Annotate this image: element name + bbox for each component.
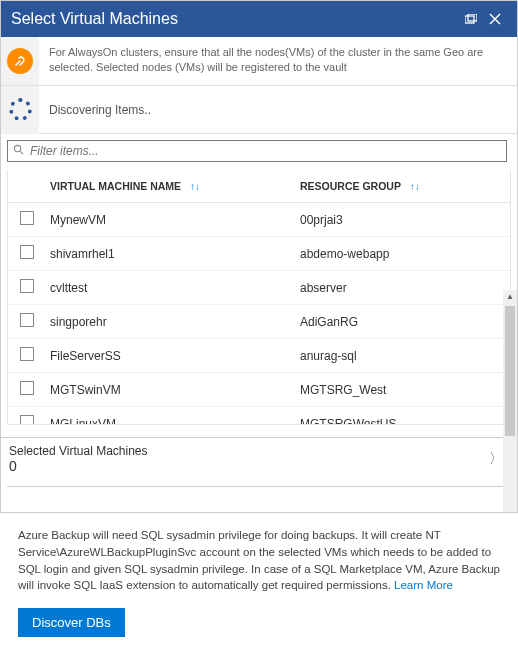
- divider: [7, 486, 511, 487]
- table-row[interactable]: MGLinuxVMMGTSRGWestUS: [8, 407, 510, 426]
- table-row[interactable]: cvlttestabserver: [8, 271, 510, 305]
- table-row[interactable]: singporehrAdiGanRG: [8, 305, 510, 339]
- info-text: For AlwaysOn clusters, ensure that all t…: [39, 37, 517, 84]
- row-checkbox[interactable]: [20, 381, 34, 395]
- restore-window-icon[interactable]: [459, 7, 483, 31]
- svg-line-6: [20, 151, 23, 154]
- resource-group-cell: MGTSRG_West: [294, 373, 510, 407]
- spinner-icon: [9, 98, 32, 121]
- sort-icon: ↑↓: [184, 181, 200, 192]
- table-row[interactable]: MGTSwinVMMGTSRG_West: [8, 373, 510, 407]
- vm-name-cell: MGTSwinVM: [44, 373, 294, 407]
- table-row[interactable]: shivamrhel1abdemo-webapp: [8, 237, 510, 271]
- discovery-text: Discovering Items..: [39, 103, 161, 117]
- filter-box: [7, 140, 507, 162]
- row-checkbox[interactable]: [20, 279, 34, 293]
- search-icon: [8, 144, 28, 158]
- checkbox-column-header: [8, 170, 44, 203]
- selected-label: Selected Virtual Machines: [9, 444, 489, 458]
- table-row[interactable]: FileServerSSanurag-sql: [8, 339, 510, 373]
- resource-group-cell: 00prjai3: [294, 203, 510, 237]
- info-banner: For AlwaysOn clusters, ensure that all t…: [1, 37, 517, 86]
- svg-point-5: [14, 145, 20, 151]
- row-checkbox[interactable]: [20, 313, 34, 327]
- row-checkbox[interactable]: [20, 245, 34, 259]
- resource-group-cell: anurag-sql: [294, 339, 510, 373]
- svg-rect-1: [468, 14, 477, 21]
- svg-rect-0: [465, 16, 474, 23]
- filter-input[interactable]: [28, 141, 506, 161]
- name-header-label: VIRTUAL MACHINE NAME: [50, 180, 181, 192]
- vm-name-cell: MGLinuxVM: [44, 407, 294, 426]
- discovery-row: Discovering Items..: [1, 86, 517, 134]
- scroll-thumb[interactable]: [505, 306, 515, 436]
- selected-panel[interactable]: Selected Virtual Machines 0 〉: [1, 437, 517, 484]
- row-checkbox[interactable]: [20, 415, 34, 425]
- scroll-up-icon[interactable]: ▲: [505, 292, 515, 304]
- resource-group-cell: abdemo-webapp: [294, 237, 510, 271]
- resource-group-cell: MGTSRGWestUS: [294, 407, 510, 426]
- vm-name-cell: cvlttest: [44, 271, 294, 305]
- vm-table: VIRTUAL MACHINE NAME ↑↓ RESOURCE GROUP ↑…: [7, 170, 511, 425]
- info-icon-box: [1, 37, 39, 85]
- row-checkbox[interactable]: [20, 211, 34, 225]
- sort-icon: ↑↓: [404, 181, 420, 192]
- footer-text: Azure Backup will need SQL sysadmin priv…: [18, 527, 500, 594]
- row-checkbox[interactable]: [20, 347, 34, 361]
- vm-name-cell: FileServerSS: [44, 339, 294, 373]
- table-row[interactable]: MynewVM00prjai3: [8, 203, 510, 237]
- dialog-header: Select Virtual Machines: [1, 1, 517, 37]
- resource-group-cell: abserver: [294, 271, 510, 305]
- dialog-title: Select Virtual Machines: [11, 10, 459, 28]
- selected-count: 0: [9, 458, 489, 474]
- group-column-header[interactable]: RESOURCE GROUP ↑↓: [294, 170, 510, 203]
- tools-icon: [7, 48, 33, 74]
- name-column-header[interactable]: VIRTUAL MACHINE NAME ↑↓: [44, 170, 294, 203]
- close-icon[interactable]: [483, 7, 507, 31]
- footer: Azure Backup will need SQL sysadmin priv…: [0, 512, 518, 653]
- learn-more-link[interactable]: Learn More: [394, 579, 453, 591]
- group-header-label: RESOURCE GROUP: [300, 180, 401, 192]
- resource-group-cell: AdiGanRG: [294, 305, 510, 339]
- vm-name-cell: shivamrhel1: [44, 237, 294, 271]
- vm-name-cell: MynewVM: [44, 203, 294, 237]
- spinner-box: [1, 86, 39, 134]
- discover-dbs-button[interactable]: Discover DBs: [18, 608, 125, 637]
- vm-name-cell: singporehr: [44, 305, 294, 339]
